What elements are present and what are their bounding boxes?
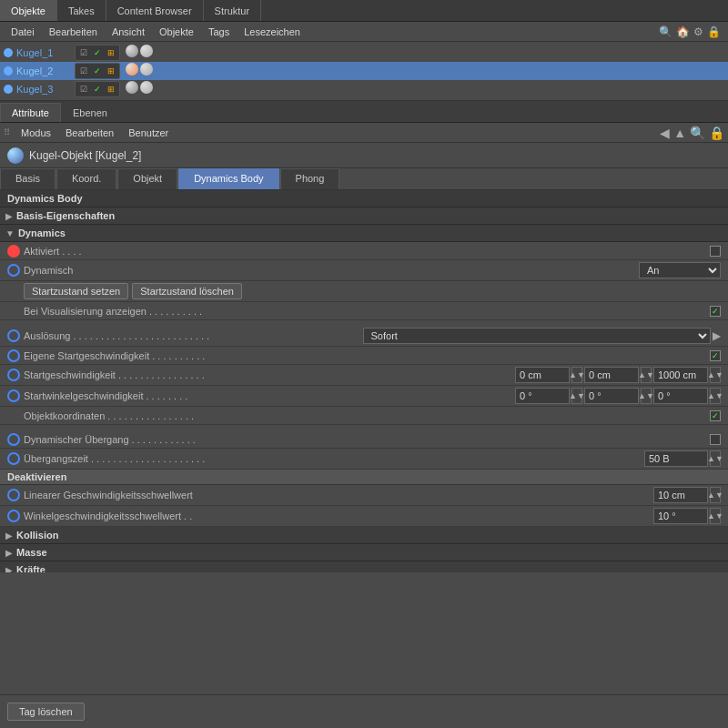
- home-icon[interactable]: 🏠: [676, 25, 690, 38]
- menu-lesezeichen[interactable]: Lesezeichen: [237, 25, 308, 39]
- ball3-icon: [126, 81, 138, 94]
- kollision-arrow-icon: ▶: [5, 531, 13, 541]
- arrow-left-icon[interactable]: ◀: [660, 126, 670, 140]
- linearer-arrow[interactable]: ▲▼: [710, 487, 721, 503]
- dynamics-properties: Aktiviert . . . . Dynamisch An Aus On Co…: [0, 242, 728, 470]
- startgeschw-x-arrow[interactable]: ▲▼: [571, 367, 582, 383]
- kraefte-section[interactable]: ▶ Kräfte: [0, 561, 728, 572]
- prop-buttons-row: Startzustand setzen Startzustand löschen: [0, 281, 728, 302]
- menu-ansicht[interactable]: Ansicht: [105, 25, 152, 39]
- startwinkel-x-arrow[interactable]: ▲▼: [571, 388, 582, 404]
- startzustand-setzen-button[interactable]: Startzustand setzen: [24, 283, 128, 299]
- kraefte-arrow-icon: ▶: [5, 565, 13, 573]
- deaktivieren-properties: Linearer Geschwindigkeitsschwellwert ▲▼ …: [0, 485, 728, 527]
- dropdown-arrow-icon: ▶: [713, 329, 721, 342]
- tab-dynamics-body[interactable]: Dynamics Body: [178, 168, 278, 189]
- menu-objekte[interactable]: Objekte: [152, 25, 201, 39]
- arrow-up-icon[interactable]: ▲: [673, 126, 686, 140]
- tab-content-browser[interactable]: Content Browser: [106, 0, 204, 21]
- dynamisch-dropdown[interactable]: An Aus On Collision: [639, 262, 721, 278]
- kollision-label: Kollision: [16, 530, 58, 541]
- tab-phong[interactable]: Phong: [280, 168, 340, 189]
- menu-bearbeiten[interactable]: Bearbeiten: [42, 25, 105, 39]
- winkel-input[interactable]: [653, 508, 708, 524]
- object-row-kugel2[interactable]: Kugel_2 ☑ ✓ ⊞: [0, 62, 728, 80]
- basis-eigenschaften-label: Basis-Eigenschaften: [16, 210, 115, 221]
- dynamics-header[interactable]: ▼ Dynamics: [0, 225, 728, 242]
- eigene-checkbox[interactable]: [710, 350, 721, 361]
- prop-bei-visualisierung: Bei Visualisierung anzeigen . . . . . . …: [0, 302, 728, 320]
- dynamics-label: Dynamics: [18, 228, 66, 238]
- startzustand-loeschen-button[interactable]: Startzustand löschen: [132, 283, 242, 299]
- linearer-label: Linearer Geschwindigkeitsschwellwert: [24, 490, 653, 500]
- tab-takes[interactable]: Takes: [57, 0, 106, 21]
- prop-winkel: Winkelgeschwindigkeitsschwellwert . . ▲▼: [0, 506, 728, 527]
- prop-uebergangszeit: Übergangszeit . . . . . . . . . . . . . …: [0, 449, 728, 470]
- object-icon-group-2: ☑ ✓ ⊞: [75, 63, 153, 79]
- object-dot-3: [4, 85, 13, 94]
- aktiviert-indicator: [7, 245, 20, 258]
- masse-arrow-icon: ▶: [5, 548, 13, 558]
- object-name[interactable]: Kugel_1: [16, 47, 71, 58]
- uebergangszeit-input[interactable]: [644, 450, 708, 467]
- search-icon[interactable]: 🔍: [659, 25, 672, 38]
- uebergangszeit-arrow[interactable]: ▲▼: [710, 450, 721, 467]
- tag-loeschen-button[interactable]: Tag löschen: [7, 703, 85, 721]
- object-row-kugel1[interactable]: Kugel_1 ☑ ✓ ⊞: [0, 44, 728, 62]
- sub-menu-modus[interactable]: Modus: [14, 126, 58, 140]
- auslosung-label: Auslösung . . . . . . . . . . . . . . . …: [24, 330, 363, 341]
- tab-objekt[interactable]: Objekt: [117, 168, 177, 189]
- deaktivieren-header: Deaktivieren: [0, 470, 728, 485]
- grid2-icon: ⊞: [105, 65, 117, 77]
- tab-attribute[interactable]: Attribute: [0, 103, 61, 122]
- tab-basis[interactable]: Basis: [0, 168, 56, 189]
- linearer-input[interactable]: [653, 487, 708, 503]
- aktiviert-checkbox[interactable]: [710, 246, 721, 257]
- arrow-right-icon: ▶: [5, 211, 13, 221]
- sub-menu-bearbeiten[interactable]: Bearbeiten: [58, 126, 121, 140]
- dyn-uebergang-indicator: [7, 433, 20, 446]
- startgeschw-y-input[interactable]: [584, 367, 639, 383]
- menu-datei[interactable]: Datei: [4, 25, 42, 39]
- winkel-arrow[interactable]: ▲▼: [710, 508, 721, 524]
- dyn-uebergang-checkbox[interactable]: [710, 434, 721, 445]
- startgeschw-x-input[interactable]: [515, 367, 570, 383]
- prop-dynamischer-uebergang: Dynamischer Übergang . . . . . . . . . .…: [0, 430, 728, 449]
- startwinkel-x-input[interactable]: [515, 388, 570, 404]
- prop-aktiviert: Aktiviert . . . .: [0, 242, 728, 260]
- startgeschw-z-arrow[interactable]: ▲▼: [710, 367, 721, 383]
- bei-visualisierung-checkbox[interactable]: [710, 306, 721, 317]
- object-name-3[interactable]: Kugel_3: [16, 84, 71, 95]
- menu-tags[interactable]: Tags: [201, 25, 237, 39]
- objektkoordinaten-checkbox[interactable]: [710, 410, 721, 421]
- main-content[interactable]: Dynamics Body ▶ Basis-Eigenschaften ▼ Dy…: [0, 190, 728, 572]
- basis-eigenschaften-header[interactable]: ▶ Basis-Eigenschaften: [0, 207, 728, 225]
- kollision-section[interactable]: ▶ Kollision: [0, 527, 728, 544]
- startgeschw-label: Startgeschwindigkeit . . . . . . . . . .…: [24, 369, 515, 380]
- startwinkel-z-arrow[interactable]: ▲▼: [710, 388, 721, 404]
- startwinkel-y-input[interactable]: [584, 388, 639, 404]
- tab-objekte[interactable]: Objekte: [0, 0, 57, 21]
- sub-menu-benutzer[interactable]: Benutzer: [121, 126, 176, 140]
- object-row-kugel3[interactable]: Kugel_3 ☑ ✓ ⊞: [0, 80, 728, 98]
- startwinkel-y-arrow[interactable]: ▲▼: [641, 388, 652, 404]
- auslosung-dropdown[interactable]: Sofort On Collision: [363, 328, 712, 344]
- object-name-2[interactable]: Kugel_2: [16, 66, 71, 76]
- sub-menu-icon-group: ◀ ▲ 🔍 🔒: [660, 126, 724, 140]
- tab-struktur[interactable]: Struktur: [204, 0, 262, 21]
- settings-icon[interactable]: ⚙: [693, 25, 703, 38]
- aktiviert-label: Aktiviert . . . .: [24, 246, 706, 257]
- lock-icon[interactable]: 🔒: [707, 25, 721, 38]
- lock2-icon[interactable]: 🔒: [709, 126, 724, 140]
- tab-koord[interactable]: Koord.: [56, 168, 116, 189]
- dynamisch-indicator: [7, 264, 20, 277]
- masse-section[interactable]: ▶ Masse: [0, 544, 728, 561]
- winkel-indicator: [7, 510, 20, 522]
- magnify-icon[interactable]: 🔍: [690, 126, 705, 140]
- startgeschw-z-input[interactable]: [653, 367, 708, 383]
- icon-group-check-3: ☑ ✓ ⊞: [75, 81, 120, 97]
- startgeschw-y-arrow[interactable]: ▲▼: [641, 367, 652, 383]
- startwinkel-z-input[interactable]: [653, 388, 708, 404]
- linearer-indicator: [7, 489, 20, 501]
- tab-ebenen[interactable]: Ebenen: [61, 103, 119, 122]
